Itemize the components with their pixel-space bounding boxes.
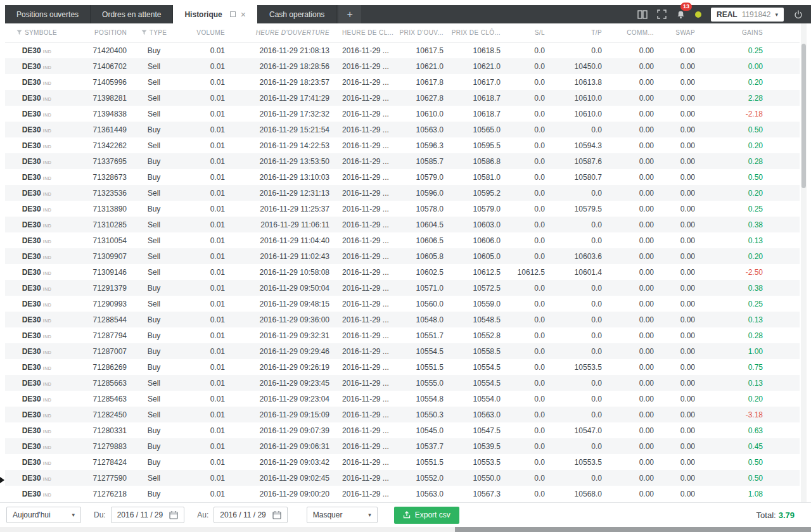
cell-comm: 0.00	[607, 169, 658, 185]
power-logout-icon[interactable]	[793, 10, 803, 20]
cell-close_price: 10617.0	[449, 74, 506, 90]
cell-close_time: 2016-11-29 ...	[335, 169, 398, 185]
symbol-text: DE30	[22, 236, 41, 245]
symbol-category: IND	[43, 429, 52, 434]
from-date-input[interactable]: 2016 / 11 / 29	[111, 507, 185, 523]
symbol-text: DE30	[22, 157, 41, 166]
history-row[interactable]: DE30IND71285463Sell0.012016-11-29 09:23:…	[5, 391, 800, 407]
export-csv-button[interactable]: Export csv	[394, 507, 459, 524]
symbol-text: DE30	[22, 300, 41, 308]
column-header-close_price[interactable]: PRIX DE CLÔ...	[449, 23, 506, 42]
column-header-open_price[interactable]: PRIX D'OUV...	[398, 23, 449, 42]
cell-sl: 0.0	[506, 153, 550, 169]
filter-funnel-icon[interactable]	[141, 30, 147, 35]
history-row[interactable]: DE30IND71405996Sell0.012016-11-29 18:23:…	[5, 74, 800, 90]
cell-swap: 0.00	[658, 454, 699, 470]
column-header-gains[interactable]: GAINS	[699, 23, 800, 42]
history-row[interactable]: DE30IND71361449Buy0.012016-11-29 15:21:5…	[5, 122, 800, 137]
history-row[interactable]: DE30IND71279883Buy0.012016-11-29 09:06:3…	[5, 438, 800, 454]
filter-select[interactable]: Masquer ▾	[307, 507, 378, 523]
column-header-volume[interactable]: VOLUME	[176, 23, 230, 42]
column-header-open_time[interactable]: HEURE D'OUVERTURE	[230, 23, 335, 42]
column-header-symbol[interactable]: SYMBOLE	[5, 23, 68, 42]
history-row[interactable]: DE30IND71282450Sell0.012016-11-29 09:15:…	[5, 407, 800, 422]
history-row[interactable]: DE30IND71394838Sell0.012016-11-29 17:32:…	[5, 106, 800, 122]
history-row[interactable]: DE30IND71342262Sell0.012016-11-29 14:22:…	[5, 137, 800, 153]
history-row[interactable]: DE30IND71420400Buy0.012016-11-29 21:08:1…	[5, 42, 800, 58]
tab-ordres-en-attente[interactable]: Ordres en attente	[91, 5, 173, 23]
cell-open_price: 10605.8	[398, 248, 449, 264]
close-tab-icon[interactable]: ×	[241, 10, 246, 19]
history-row[interactable]: DE30IND71310054Sell0.012016-11-29 11:04:…	[5, 232, 800, 248]
column-header-comm[interactable]: COMM...	[607, 23, 658, 42]
cell-tp: 10553.5	[550, 359, 607, 375]
symbol-text: DE30	[22, 315, 41, 324]
filter-funnel-icon[interactable]	[16, 30, 22, 35]
undock-tab-icon[interactable]	[230, 11, 236, 17]
cell-tp: 0.0	[550, 122, 607, 137]
cell-swap: 0.00	[658, 359, 699, 375]
column-header-sl[interactable]: S/L	[506, 23, 550, 42]
cell-open_price: 10555.0	[398, 375, 449, 391]
cell-open_time: 2016-11-29 09:15:09	[230, 407, 335, 422]
history-row[interactable]: DE30IND71291379Buy0.012016-11-29 09:50:0…	[5, 280, 800, 296]
history-row[interactable]: DE30IND71337695Buy0.012016-11-29 13:53:5…	[5, 153, 800, 169]
cell-position: 71323536	[68, 185, 132, 201]
symbol-text: DE30	[22, 347, 41, 356]
symbol-category: IND	[43, 303, 52, 307]
cell-swap: 0.00	[658, 280, 699, 296]
column-header-type[interactable]: TYPE	[132, 23, 176, 42]
notifications-bell-icon[interactable]: 13	[676, 10, 686, 20]
period-select[interactable]: Aujourd'hui ▾	[6, 507, 81, 523]
cell-sl: 0.0	[506, 438, 550, 454]
tab-historique[interactable]: Historique ×	[173, 5, 258, 23]
cell-tp: 10601.4	[550, 264, 607, 280]
history-row[interactable]: DE30IND71323536Sell0.012016-11-29 12:31:…	[5, 185, 800, 201]
history-row[interactable]: DE30IND71328673Buy0.012016-11-29 13:10:0…	[5, 169, 800, 185]
calendar-icon[interactable]	[272, 510, 281, 519]
history-row[interactable]: DE30IND71309907Sell0.012016-11-29 11:02:…	[5, 248, 800, 264]
history-row[interactable]: DE30IND71290993Sell0.012016-11-29 09:48:…	[5, 296, 800, 312]
history-row[interactable]: DE30IND71280331Buy0.012016-11-29 09:07:3…	[5, 422, 800, 438]
cell-swap: 0.00	[658, 391, 699, 407]
cell-symbol: DE30IND	[5, 312, 68, 327]
horizontal-scrollbar-thumb[interactable]	[455, 527, 811, 532]
cell-close_time: 2016-11-29 ...	[335, 232, 398, 248]
cell-sl: 0.0	[506, 122, 550, 137]
history-row[interactable]: DE30IND71310285Sell0.012016-11-29 11:06:…	[5, 217, 800, 232]
column-header-position[interactable]: POSITION	[68, 23, 132, 42]
vertical-scrollbar[interactable]	[801, 23, 807, 502]
column-header-swap[interactable]: SWAP	[658, 23, 699, 42]
cell-gains: 0.25	[699, 201, 800, 217]
fullscreen-icon[interactable]	[657, 10, 667, 19]
cell-comm: 0.00	[607, 153, 658, 169]
cell-tp: 0.0	[550, 232, 607, 248]
history-row[interactable]: DE30IND71398281Sell0.012016-11-29 17:41:…	[5, 90, 800, 106]
tab-positions-ouvertes[interactable]: Positions ouvertes	[5, 5, 91, 23]
history-row[interactable]: DE30IND71309146Sell0.012016-11-29 10:58:…	[5, 264, 800, 280]
add-tab-button[interactable]: +	[338, 5, 361, 23]
tab-cash-operations[interactable]: Cash operations	[258, 5, 336, 23]
vertical-scrollbar-thumb[interactable]	[801, 44, 806, 188]
cell-type: Sell	[132, 217, 176, 232]
history-row[interactable]: DE30IND71313890Buy0.012016-11-29 11:25:3…	[5, 201, 800, 217]
cell-swap: 0.00	[658, 486, 699, 502]
history-row[interactable]: DE30IND71288544Buy0.012016-11-29 09:36:0…	[5, 312, 800, 327]
history-row[interactable]: DE30IND71276218Buy0.012016-11-29 09:00:2…	[5, 486, 800, 502]
history-row[interactable]: DE30IND71287794Buy0.012016-11-29 09:32:3…	[5, 327, 800, 343]
history-row[interactable]: DE30IND71285663Sell0.012016-11-29 09:23:…	[5, 375, 800, 391]
layout-panels-icon[interactable]	[637, 10, 648, 19]
cell-close_time: 2016-11-29 ...	[335, 248, 398, 264]
history-row[interactable]: DE30IND71277590Sell0.012016-11-29 09:02:…	[5, 470, 800, 486]
account-selector[interactable]: REAL 1191842 ▾	[711, 8, 784, 22]
column-header-close_time[interactable]: HEURE DE CL...	[335, 23, 398, 42]
history-row[interactable]: DE30IND71278424Buy0.012016-11-29 09:03:4…	[5, 454, 800, 470]
to-date-input[interactable]: 2016 / 11 / 29	[214, 507, 288, 523]
cell-volume: 0.01	[176, 470, 230, 486]
column-header-tp[interactable]: T/P	[550, 23, 607, 42]
history-row[interactable]: DE30IND71406702Sell0.012016-11-29 18:28:…	[5, 58, 800, 74]
history-row[interactable]: DE30IND71287007Buy0.012016-11-29 09:29:4…	[5, 343, 800, 359]
history-row[interactable]: DE30IND71286269Buy0.012016-11-29 09:26:1…	[5, 359, 800, 375]
calendar-icon[interactable]	[169, 510, 178, 519]
horizontal-scrollbar[interactable]	[0, 527, 811, 532]
